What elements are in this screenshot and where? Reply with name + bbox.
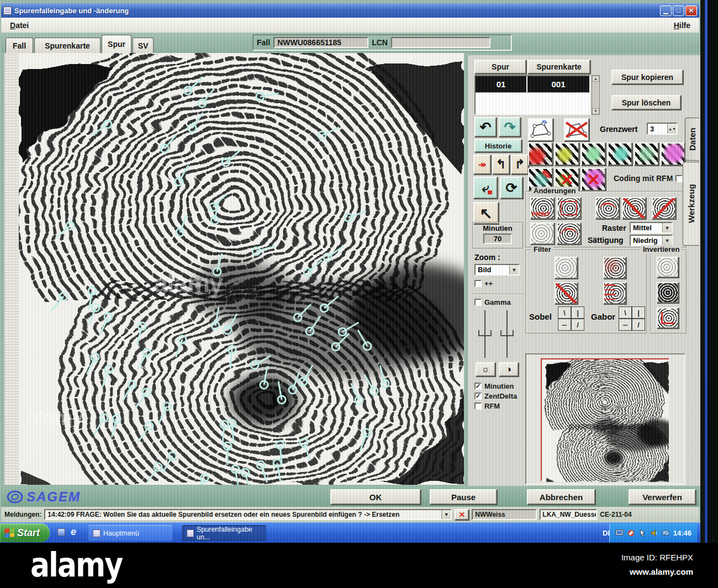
- abbrechen-button[interactable]: Abbrechen: [527, 489, 595, 505]
- tab-fall[interactable]: Fall: [6, 38, 33, 53]
- brightness-button[interactable]: ☼: [476, 362, 495, 377]
- coding-tool-3-button[interactable]: [581, 142, 606, 166]
- scroll-down-icon[interactable]: ▼: [592, 108, 599, 114]
- rotate-right-button[interactable]: ↱: [511, 155, 529, 174]
- fingerprint-canvas[interactable]: [4, 53, 464, 485]
- saettigung-combobox[interactable]: Niedrig ▼: [630, 235, 673, 246]
- security-tray-icon[interactable]: [627, 529, 635, 537]
- refresh-button[interactable]: ⟳: [500, 177, 523, 199]
- invert-1-button[interactable]: [657, 257, 679, 278]
- coding-tool-2-icon: [556, 144, 578, 165]
- filter-4-button[interactable]: [603, 282, 626, 304]
- ok-button[interactable]: OK: [330, 489, 421, 505]
- trace-col-spurenkarte[interactable]: Spurenkarte: [527, 60, 590, 74]
- fall-value-field[interactable]: NWWU086651185: [273, 37, 368, 48]
- pointer-tool-button[interactable]: ↖: [473, 202, 499, 224]
- invert-3-button[interactable]: [657, 308, 679, 329]
- plusplus-check[interactable]: ++: [474, 279, 493, 288]
- trace-cell-spur[interactable]: 01: [476, 76, 527, 92]
- chevron-down-icon[interactable]: ▼: [662, 223, 672, 232]
- start-button[interactable]: Start: [0, 523, 50, 542]
- red-diagonal-icon: [623, 198, 645, 218]
- task-hauptmenu[interactable]: Hauptmenü: [88, 525, 172, 541]
- network-tray-icon[interactable]: [662, 529, 670, 537]
- coding-delete-all-button[interactable]: [581, 168, 606, 191]
- internet-explorer-icon[interactable]: e: [71, 526, 76, 538]
- menu-hilfe[interactable]: Hilfe: [671, 20, 694, 31]
- trace-col-spur[interactable]: Spur: [474, 60, 526, 74]
- quicklaunch-app-icon[interactable]: [57, 528, 65, 536]
- print-button[interactable]: PRINT: [530, 197, 555, 219]
- raster-combobox[interactable]: Mittel ▼: [630, 222, 673, 234]
- chevron-down-icon[interactable]: ▼: [509, 265, 519, 274]
- volume-tray-icon[interactable]: [650, 529, 658, 537]
- spur-loeschen-button[interactable]: Spur löschen: [611, 95, 681, 110]
- spinner-arrows-icon[interactable]: ▲▼: [667, 124, 677, 134]
- rotate-left-button[interactable]: ↰: [492, 155, 510, 174]
- display-tray-icon[interactable]: [615, 529, 624, 537]
- maximize-button[interactable]: □: [673, 6, 684, 16]
- message-combobox[interactable]: 14:42:09 FRAGE: Wollen Sie das aktuelle …: [44, 509, 452, 520]
- curve-edit-2-button[interactable]: [557, 223, 581, 245]
- verwerfen-button[interactable]: Verwerfen: [629, 489, 696, 505]
- grenzwert-spinner[interactable]: 3 ▲▼: [647, 123, 678, 135]
- restore-button[interactable]: ⤶: [473, 177, 498, 199]
- trace-cell-spurenkarte[interactable]: 001: [527, 76, 589, 92]
- historie-button[interactable]: Historie: [474, 139, 522, 152]
- filter-1-button[interactable]: [555, 257, 578, 279]
- coding-rfm-check[interactable]: Coding mit RFM: [614, 174, 683, 183]
- clear-message-button[interactable]: ✕: [455, 509, 469, 520]
- check-minutien[interactable]: Minutien: [474, 382, 514, 390]
- gabor-direction-grid[interactable]: \ | -- /: [619, 306, 645, 331]
- skip-button[interactable]: ↠: [473, 155, 491, 174]
- tab-spurenkarte[interactable]: Spurenkarte: [34, 38, 101, 53]
- slider-handle[interactable]: [478, 330, 492, 336]
- polygon-tool-button[interactable]: [528, 118, 553, 141]
- frame-edit-button[interactable]: [557, 197, 581, 219]
- side-tab-daten[interactable]: Daten: [685, 118, 699, 161]
- gamma-check[interactable]: Gamma: [474, 298, 511, 306]
- contrast-button[interactable]: ◑: [499, 362, 519, 377]
- check-rfm[interactable]: RFM: [474, 402, 500, 410]
- trace-table[interactable]: 01 001: [474, 75, 590, 115]
- zoom-combobox[interactable]: Bild ▼: [474, 264, 520, 276]
- trace-scrollbar[interactable]: ▲ ▼: [592, 75, 600, 115]
- spur-kopieren-button[interactable]: Spur kopieren: [611, 70, 683, 84]
- return-icon: ⤶: [482, 181, 489, 195]
- coding-tool-5-button[interactable]: [634, 142, 659, 166]
- fingerprint-image-area[interactable]: alamy alamy: [4, 53, 464, 485]
- tab-spur[interactable]: Spur: [102, 35, 131, 53]
- sobel-direction-grid[interactable]: \ | -- /: [558, 306, 584, 331]
- filter-3-button[interactable]: [555, 282, 578, 304]
- coding-tool-4-button[interactable]: [608, 142, 632, 166]
- task-spurenfalleingabe[interactable]: Spurenfalleingabe un...: [182, 525, 266, 541]
- brightness-slider[interactable]: [484, 310, 485, 358]
- filter-2-button[interactable]: [603, 257, 626, 279]
- diag-edit-button[interactable]: [622, 197, 646, 219]
- contrast-slider[interactable]: [506, 310, 508, 358]
- minimize-button[interactable]: ▁: [660, 6, 672, 16]
- close-button[interactable]: ✕: [685, 6, 697, 16]
- invert-2-button[interactable]: [657, 282, 679, 303]
- coding-tool-6-button[interactable]: [661, 142, 685, 166]
- tab-sv[interactable]: SV: [133, 38, 154, 53]
- scroll-up-icon[interactable]: ▲: [592, 76, 599, 82]
- redo-button[interactable]: ↷: [499, 117, 521, 137]
- polygon-delete-button[interactable]: [564, 118, 589, 141]
- coding-tool-2-button[interactable]: [555, 142, 579, 166]
- chevron-down-icon[interactable]: ▼: [441, 510, 451, 519]
- pointer-tray-icon[interactable]: [638, 529, 647, 537]
- coding-tool-1-button[interactable]: ↖: [528, 142, 553, 166]
- diag-edit-2-button[interactable]: [652, 197, 676, 219]
- side-tab-werkzeug[interactable]: Werkzeug: [683, 162, 699, 246]
- undo-button[interactable]: ↶: [474, 117, 497, 137]
- alamy-logo: alamy: [30, 546, 122, 584]
- chevron-down-icon[interactable]: ▼: [662, 236, 672, 245]
- pause-button[interactable]: Pause: [430, 489, 497, 505]
- check-zentdelta[interactable]: ZentDelta: [474, 392, 517, 400]
- soft-print-button[interactable]: [530, 223, 555, 245]
- slider-handle[interactable]: [500, 330, 514, 336]
- lcn-value-field[interactable]: [391, 37, 490, 48]
- curve-edit-button[interactable]: [595, 197, 620, 219]
- menu-datei[interactable]: Datei: [7, 20, 32, 31]
